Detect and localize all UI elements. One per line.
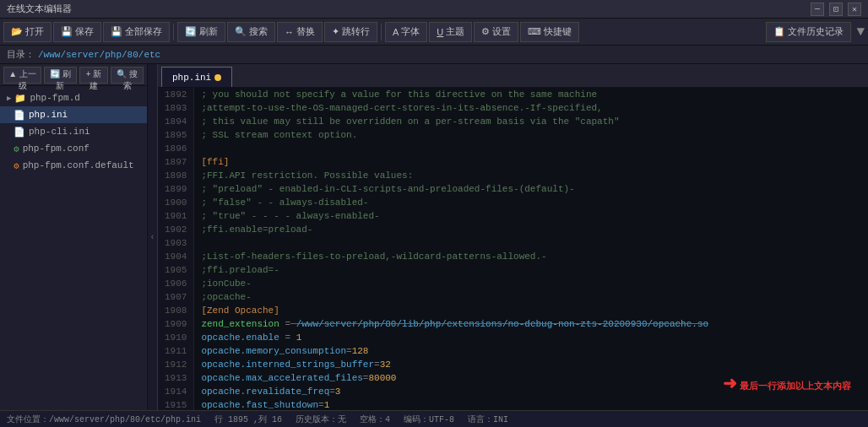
breadcrumb-path: /www/server/php/80/etc [38, 50, 160, 60]
table-row: opcache.interned_strings_buffer=32 [201, 358, 861, 371]
save-button[interactable]: 💾 保存 [53, 22, 101, 42]
table-row: ;attempt-to-use-the-OS-managed-cert-stor… [201, 101, 861, 115]
language-status: 语言：INI [468, 413, 508, 425]
title-bar: 在线文本编辑器 — ⊡ ✕ [0, 0, 868, 19]
up-button[interactable]: ▲ 上一级 [3, 67, 41, 84]
minimize-button[interactable]: — [811, 3, 824, 16]
table-row: opcache.revalidate_freq=3 [201, 385, 861, 398]
folder-label: php-fpm.d [30, 93, 79, 103]
table-row: opcache.max_accelerated_files=80000 [201, 371, 861, 385]
shortcuts-button[interactable]: ⌨ 快捷键 [520, 22, 579, 42]
tab-modified-dot [214, 74, 221, 81]
open-button[interactable]: 📂 打开 [3, 22, 52, 42]
file-label: php-fpm.conf [23, 143, 90, 154]
table-row: zend_extension = /www/server/php/80/lib/… [201, 317, 861, 331]
new-button[interactable]: + 新建 [79, 67, 108, 84]
tab-label: php.ini [172, 73, 211, 83]
search-button[interactable]: 🔍 搜索 [227, 22, 275, 42]
window-controls: — ⊡ ✕ [811, 3, 861, 16]
table-row: [ffi] [201, 155, 861, 169]
collapse-handle[interactable]: ‹ [148, 64, 158, 410]
refresh-button[interactable]: 🔄 刷新 [177, 22, 225, 42]
table-row: ;FFI.API restriction. Possible values: [201, 169, 861, 182]
table-row: ;ffi.preload=- [201, 263, 861, 277]
close-button[interactable]: ✕ [848, 3, 861, 16]
table-row: ;ffi.enable=preload- [201, 223, 861, 236]
file-tree: ▶ 📁 php-fpm.d 📄 php.ini 📄 php-cli.ini ⚙ … [0, 86, 147, 410]
table-row: ; "preload" - enabled-in-CLI-scripts-and… [201, 182, 861, 196]
sidebar-item-phpcliini[interactable]: 📄 php-cli.ini [0, 123, 147, 140]
sidebar-refresh-button[interactable]: 🔄 刷新 [44, 67, 77, 84]
file-label: php-fpm.conf.default [23, 160, 134, 170]
table-row: ;opcache- [201, 290, 861, 304]
file-path-status: 文件位置：/www/server/php/80/etc/php.ini [7, 413, 201, 425]
table-row [201, 142, 861, 155]
table-row: [Zend Opcache] [201, 304, 861, 317]
file-label: php.ini [29, 110, 68, 120]
file-icon: 📄 [14, 110, 25, 121]
table-row: opcache.fast_shutdown=1 [201, 398, 861, 410]
sidebar-item-phpfpmconfdefault[interactable]: ⚙ php-fpm.conf.default [0, 157, 147, 174]
editor-content: 1892189318941895189618971898189919001901… [158, 88, 868, 410]
table-row: ; SSL stream context option. [201, 128, 861, 142]
theme-button[interactable]: U 主题 [429, 22, 472, 42]
font-button[interactable]: A 字体 [385, 22, 427, 42]
file-icon: ⚙ [14, 160, 19, 171]
table-row: ; "true" - - - - always-enabled- [201, 209, 861, 223]
encoding-status: 编码：UTF-8 [404, 413, 454, 425]
table-row: ; this value may still be overridden on … [201, 115, 861, 128]
sidebar-item-phpini[interactable]: 📄 php.ini [0, 106, 147, 123]
history-version: 历史版本：无 [296, 413, 346, 425]
toolbar: 📂 打开 💾 保存 💾 全部保存 🔄 刷新 🔍 搜索 ↔ 替换 ✦ 跳转行 A … [0, 19, 868, 46]
sidebar: ▲ 上一级 🔄 刷新 + 新建 🔍 搜索 ▶ 📁 php-fpm.d 📄 php… [0, 64, 148, 410]
line-numbers: 1892189318941895189618971898189919001901… [158, 88, 194, 410]
editor-wrapper: php.ini 18921893189418951896189718981899… [158, 64, 868, 410]
table-row: ;List-of-headers-files-to-preload,-wildc… [201, 250, 861, 263]
toolbar-more-icon[interactable]: ▼ [856, 24, 865, 40]
settings-button[interactable]: ⚙ 设置 [474, 22, 518, 42]
sidebar-item-phpfpmconf[interactable]: ⚙ php-fpm.conf [0, 140, 147, 157]
folder-icon: 📁 [14, 93, 26, 104]
app-title: 在线文本编辑器 [7, 3, 72, 15]
editor-tabs: php.ini [158, 64, 868, 88]
table-row: ;ionCube- [201, 277, 861, 290]
file-label: php-cli.ini [29, 127, 90, 137]
sidebar-toolbar: ▲ 上一级 🔄 刷新 + 新建 🔍 搜索 [0, 64, 147, 86]
history-button[interactable]: 📋 文件历史记录 [766, 22, 851, 42]
arrow-icon: ▶ [7, 94, 11, 103]
file-icon: 📄 [14, 127, 25, 138]
table-row: ; you should not specify a value for thi… [201, 88, 861, 101]
file-icon: ⚙ [14, 143, 19, 154]
table-row: opcache.memory_consumption=128 [201, 344, 861, 358]
goto-line-button[interactable]: ✦ 跳转行 [324, 22, 377, 42]
table-row: opcache.enable = 1 [201, 331, 861, 344]
maximize-button[interactable]: ⊡ [829, 3, 843, 16]
table-row [201, 236, 861, 250]
spaces-status: 空格：4 [360, 413, 390, 425]
code-editor[interactable]: ; you should not specify a value for thi… [194, 88, 868, 410]
main-area: ▲ 上一级 🔄 刷新 + 新建 🔍 搜索 ▶ 📁 php-fpm.d 📄 php… [0, 64, 868, 410]
table-row: ; "false" - - always-disabled- [201, 196, 861, 209]
breadcrumb-bar: 目录： /www/server/php/80/etc [0, 46, 868, 64]
breadcrumb-label: 目录： [7, 48, 35, 61]
save-all-button[interactable]: 💾 全部保存 [103, 22, 170, 42]
cursor-position: 行 1895 ,列 16 [214, 413, 282, 425]
sidebar-item-fpm[interactable]: ▶ 📁 php-fpm.d [0, 89, 147, 106]
replace-button[interactable]: ↔ 替换 [277, 22, 323, 42]
status-bar: 文件位置：/www/server/php/80/etc/php.ini 行 18… [0, 410, 868, 427]
tab-phpini[interactable]: php.ini [161, 67, 232, 87]
sidebar-search-button[interactable]: 🔍 搜索 [111, 67, 144, 84]
